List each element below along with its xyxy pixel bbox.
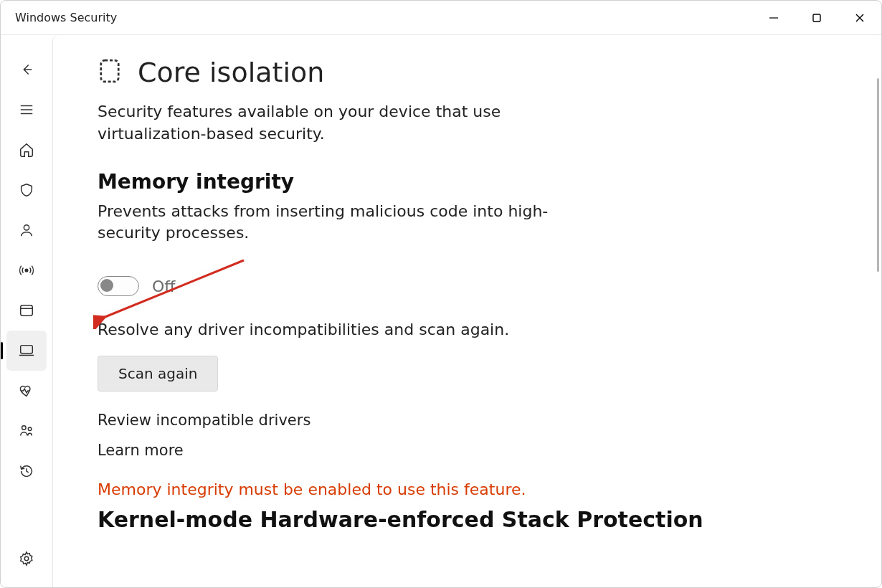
nav-device-performance[interactable]: [6, 371, 47, 411]
scrollbar[interactable]: [877, 78, 879, 272]
nav-virus-protection[interactable]: [6, 170, 47, 210]
back-arrow-icon: [19, 62, 34, 77]
toggle-knob: [100, 279, 113, 292]
nav-account-protection[interactable]: [6, 210, 47, 250]
nav-app-browser[interactable]: [6, 290, 47, 331]
core-isolation-icon: [98, 57, 122, 87]
svg-point-12: [22, 426, 26, 430]
maximize-button[interactable]: [795, 1, 838, 35]
toggle-state-label: Off: [152, 278, 175, 295]
review-drivers-link[interactable]: Review incompatible drivers: [98, 412, 837, 429]
laptop-icon: [18, 343, 35, 359]
memory-integrity-toggle-row: Off: [98, 276, 837, 296]
svg-rect-1: [813, 14, 820, 22]
close-icon: [855, 13, 865, 23]
nav-firewall[interactable]: [6, 250, 47, 290]
memory-integrity-heading: Memory integrity: [98, 170, 837, 194]
minimize-icon: [769, 13, 779, 23]
broadcast-icon: [19, 262, 34, 278]
svg-rect-11: [21, 346, 33, 354]
body-area: Core isolation Security features availab…: [1, 35, 881, 587]
person-icon: [19, 222, 34, 238]
heart-pulse-icon: [18, 383, 35, 399]
windows-security-window: Windows Security: [0, 0, 882, 588]
svg-point-8: [25, 269, 28, 272]
nav-settings[interactable]: [6, 539, 47, 579]
svg-rect-9: [21, 305, 33, 316]
page-subtitle: Security features available on your devi…: [98, 101, 599, 146]
history-icon: [19, 463, 34, 479]
nav-home[interactable]: [6, 130, 47, 170]
svg-point-13: [28, 427, 32, 431]
nav-device-security[interactable]: [6, 331, 47, 371]
back-button[interactable]: [6, 49, 47, 90]
home-icon: [19, 142, 34, 158]
svg-rect-15: [101, 60, 118, 82]
family-icon: [18, 423, 35, 439]
kernel-stack-heading: Kernel-mode Hardware-enforced Stack Prot…: [98, 507, 837, 532]
maximize-icon: [812, 13, 822, 23]
nav-protection-history[interactable]: [6, 451, 47, 491]
window-controls: [752, 1, 881, 35]
close-button[interactable]: [838, 1, 881, 35]
minimize-button[interactable]: [752, 1, 795, 35]
page-header: Core isolation: [98, 57, 837, 88]
resolve-note: Resolve any driver incompatibilities and…: [98, 321, 837, 338]
kernel-warning-text: Memory integrity must be enabled to use …: [98, 480, 837, 498]
app-window-icon: [19, 303, 34, 318]
gear-icon: [19, 551, 34, 566]
page-title: Core isolation: [138, 57, 324, 88]
window-title: Windows Security: [15, 11, 117, 24]
shield-icon: [19, 182, 34, 198]
memory-integrity-toggle[interactable]: [98, 276, 139, 296]
content-area: Core isolation Security features availab…: [52, 35, 881, 587]
learn-more-link[interactable]: Learn more: [98, 442, 837, 459]
nav-menu-button[interactable]: [6, 90, 47, 130]
titlebar: Windows Security: [1, 1, 881, 35]
nav-family-options[interactable]: [6, 411, 47, 451]
scan-again-button[interactable]: Scan again: [98, 356, 218, 392]
sidebar: [1, 35, 52, 587]
hamburger-icon: [19, 102, 34, 118]
svg-point-7: [24, 225, 29, 230]
svg-point-14: [24, 556, 29, 561]
memory-integrity-description: Prevents attacks from inserting maliciou…: [98, 201, 599, 245]
